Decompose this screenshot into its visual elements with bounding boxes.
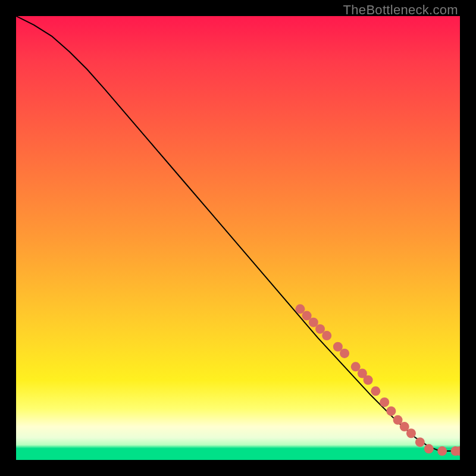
data-marker xyxy=(380,397,389,407)
line-series xyxy=(16,16,460,451)
data-marker xyxy=(386,406,396,416)
data-marker xyxy=(322,331,331,340)
plot-area xyxy=(16,16,460,460)
plot-svg xyxy=(16,16,460,460)
data-marker xyxy=(415,437,425,447)
curve-path xyxy=(16,16,460,451)
chart-frame: TheBottleneck.com xyxy=(0,0,476,476)
data-marker xyxy=(371,386,380,396)
data-marker xyxy=(406,428,416,438)
data-marker xyxy=(437,446,447,456)
data-marker xyxy=(364,375,373,385)
data-marker xyxy=(340,349,349,358)
data-marker xyxy=(424,444,434,453)
markers-group xyxy=(295,304,460,456)
